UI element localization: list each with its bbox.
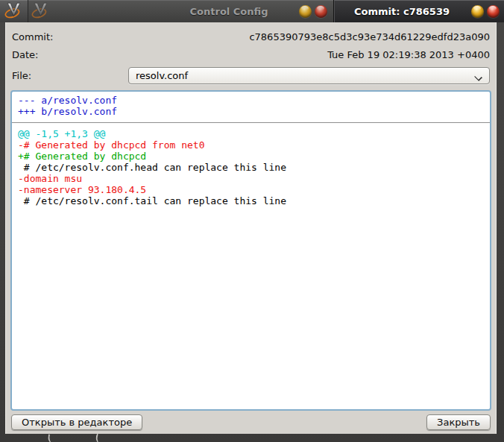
chevron-down-icon: [475, 74, 482, 80]
file-select-value: resolv.conf: [136, 70, 188, 81]
diff-line-hunk: @@ -1,5 +1,3 @@: [18, 128, 484, 139]
diff-line-added: +# Generated by dhcpcd: [18, 151, 484, 162]
diff-line-separator: [18, 117, 484, 128]
diff-view[interactable]: --- a/resolv.conf+++ b/resolv.conf @@ -1…: [10, 90, 491, 411]
file-row: File: resolv.conf: [10, 66, 491, 84]
date-row: Date: Tue Feb 19 02:19:38 2013 +0400: [10, 45, 491, 63]
background-curve-decoration: [47, 434, 57, 442]
app-logo-icon: [31, 1, 50, 22]
date-value: Tue Feb 19 02:19:38 2013 +0400: [128, 49, 490, 60]
titlebar: Control Config Commit: c786539: [0, 0, 504, 22]
diff-line-header: +++ b/resolv.conf: [18, 106, 484, 117]
titlebar-background-window[interactable]: Control Config: [28, 0, 334, 22]
close-button[interactable]: Закрыть: [426, 414, 491, 430]
close-orb-icon[interactable]: [487, 5, 500, 18]
background-curve-decoration: [95, 434, 106, 442]
commit-hash-value: c7865390793e8c5d3c93e734d61229edfd23a090: [128, 31, 490, 42]
commit-dialog-body: Commit: c7865390793e8c5d3c93e734d61229ed…: [5, 22, 497, 434]
diff-line-header: --- a/resolv.conf: [18, 95, 484, 106]
app-tile[interactable]: [0, 0, 28, 22]
date-label: Date:: [12, 49, 128, 60]
titlebar-active-window[interactable]: Commit: c786539: [334, 0, 504, 22]
commit-label: Commit:: [12, 31, 128, 42]
close-orb-icon[interactable]: [315, 5, 327, 18]
app-logo-icon: [4, 1, 23, 22]
background-window-title: Control Config: [54, 6, 292, 17]
diff-line-context: # /etc/resolv.conf.tail can replace this…: [18, 195, 484, 206]
minimize-orb-icon[interactable]: [299, 5, 312, 18]
screen: Control Config Commit: c786539 Commit: c…: [0, 0, 504, 442]
window-title: Commit: c786539: [338, 6, 465, 17]
open-in-editor-button[interactable]: Открыть в редакторе: [11, 414, 142, 430]
file-select[interactable]: resolv.conf: [128, 67, 490, 84]
diff-line-removed: -# Generated by dhcpcd from net0: [18, 139, 484, 151]
diff-line-removed: -nameserver 93.180.4.5: [18, 184, 484, 195]
diff-line-context: # /etc/resolv.conf.head can replace this…: [18, 162, 484, 173]
diff-line-removed: -domain msu: [18, 173, 484, 184]
minimize-orb-icon[interactable]: [471, 5, 484, 18]
commit-row: Commit: c7865390793e8c5d3c93e734d61229ed…: [10, 28, 491, 45]
file-label: File:: [12, 70, 128, 81]
dialog-button-row: Открыть в редакторе Закрыть: [10, 411, 491, 434]
